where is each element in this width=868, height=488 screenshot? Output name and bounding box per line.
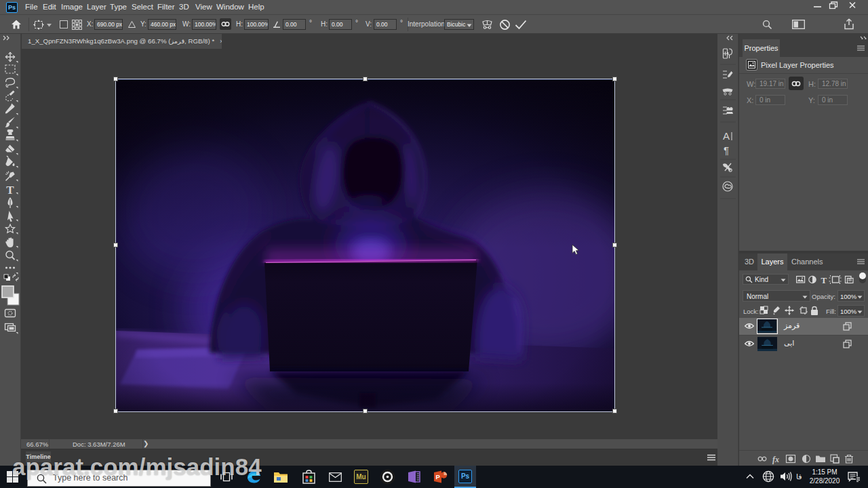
svg-text:T: T [6,184,14,197]
svg-text:T: T [821,275,827,284]
svg-text:fx: fx [772,455,779,464]
svg-text:P: P [436,473,441,481]
svg-text:¶: ¶ [724,144,729,156]
svg-text:A: A [723,130,730,142]
